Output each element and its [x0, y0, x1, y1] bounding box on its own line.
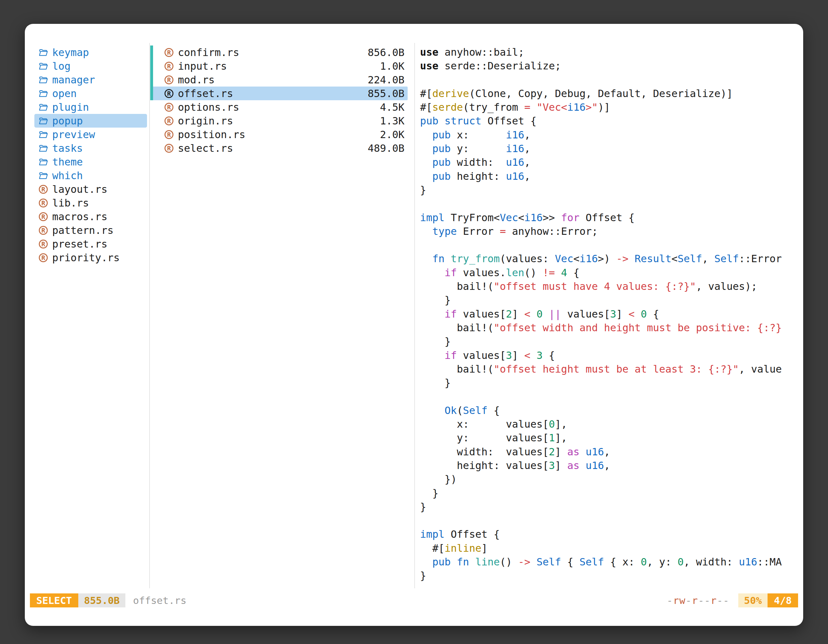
- rust-file-icon: R: [164, 130, 174, 140]
- file-item-select-rs[interactable]: Rselect.rs489.0B: [152, 141, 408, 155]
- code-line: }: [420, 293, 803, 307]
- code-line: height: values[3] as u16,: [420, 459, 803, 473]
- file-preview-pane[interactable]: use anyhow::bail;use serde::Deserialize;…: [420, 45, 803, 588]
- file-size: 4.5K: [380, 101, 405, 113]
- rust-file-icon: R: [164, 47, 174, 58]
- code-line: pub height: u16,: [420, 169, 803, 183]
- dir-item-keymap[interactable]: keymap: [34, 45, 147, 59]
- status-filename: offset.rs: [133, 595, 187, 606]
- dir-item-plugin[interactable]: plugin: [34, 100, 147, 114]
- code-line: pub y: i16,: [420, 142, 803, 155]
- item-label: popup: [52, 115, 83, 127]
- file-item-position-rs[interactable]: Rposition.rs2.0K: [152, 128, 408, 141]
- desktop-background: keymaplogmanageropenpluginpopuppreviewta…: [0, 0, 828, 644]
- folder-open-icon: [38, 88, 49, 99]
- file-size: 2.0K: [380, 128, 405, 141]
- code-line: [420, 73, 803, 87]
- file-item-preset-rs[interactable]: Rpreset.rs: [34, 237, 147, 251]
- file-name: confirm.rs: [178, 47, 239, 58]
- code-line: bail!("offset height must be at least 3:…: [420, 362, 803, 376]
- file-item-layout-rs[interactable]: Rlayout.rs: [34, 182, 147, 196]
- code-line: bail!("offset must have 4 values: {:?}",…: [420, 280, 803, 293]
- item-label: priority.rs: [52, 252, 120, 264]
- file-item-mod-rs[interactable]: Rmod.rs224.0B: [152, 73, 408, 86]
- scroll-percent-badge: 50%: [738, 594, 768, 607]
- dir-item-theme[interactable]: theme: [34, 155, 147, 169]
- file-size: 855.0B: [367, 88, 405, 100]
- code-line: fn try_from(values: Vec<i16>) -> Result<…: [420, 252, 803, 266]
- rust-file-icon: R: [164, 116, 174, 126]
- file-item-lib-rs[interactable]: Rlib.rs: [34, 196, 147, 210]
- dir-item-tasks[interactable]: tasks: [34, 141, 147, 155]
- rust-file-icon: R: [38, 212, 49, 222]
- dir-item-manager[interactable]: manager: [34, 73, 147, 86]
- rust-file-icon: R: [38, 198, 49, 208]
- cursor-position-badge: 4/8: [768, 594, 798, 607]
- rust-file-icon: R: [164, 61, 174, 71]
- file-name: offset.rs: [178, 88, 233, 100]
- rust-file-icon: R: [164, 75, 174, 85]
- file-size: 489.0B: [367, 142, 405, 154]
- folder-open-icon: [38, 157, 49, 167]
- file-item-macros-rs[interactable]: Rmacros.rs: [34, 210, 147, 223]
- code-line: }: [420, 183, 803, 197]
- code-line: use anyhow::bail;: [420, 45, 803, 59]
- code-line: pub fn line() -> Self { Self { x: 0, y: …: [420, 555, 803, 569]
- dir-item-open[interactable]: open: [34, 86, 147, 100]
- code-line: [420, 197, 803, 211]
- file-permissions: -rw-r--r--: [666, 595, 729, 606]
- dir-item-popup[interactable]: popup: [34, 114, 147, 128]
- code-line: use serde::Deserialize;: [420, 59, 803, 73]
- rust-file-icon: R: [38, 184, 49, 194]
- code-line: pub struct Offset {: [420, 114, 803, 128]
- folder-open-icon: [38, 75, 49, 85]
- code-line: pub width: u16,: [420, 155, 803, 169]
- item-label: plugin: [52, 101, 89, 113]
- code-line: if values[3] < 3 {: [420, 349, 803, 362]
- code-line: [420, 514, 803, 528]
- file-item-priority-rs[interactable]: Rpriority.rs: [34, 251, 147, 265]
- file-name: input.rs: [178, 60, 227, 72]
- code-line: impl TryFrom<Vec<i16>> for Offset {: [420, 211, 803, 225]
- item-label: which: [52, 169, 83, 182]
- rust-file-icon: R: [164, 102, 174, 112]
- file-item-input-rs[interactable]: Rinput.rs1.0K: [152, 59, 408, 73]
- item-label: preview: [52, 128, 95, 141]
- file-name: mod.rs: [178, 74, 215, 86]
- rust-file-icon: R: [38, 239, 49, 249]
- folder-open-icon: [38, 130, 49, 140]
- file-name: position.rs: [178, 128, 245, 141]
- code-line: [420, 238, 803, 252]
- code-line: }: [420, 376, 803, 390]
- file-size-badge: 855.0B: [78, 594, 125, 607]
- file-item-origin-rs[interactable]: Rorigin.rs1.3K: [152, 114, 408, 128]
- file-item-confirm-rs[interactable]: Rconfirm.rs856.0B: [152, 45, 408, 59]
- file-name: origin.rs: [178, 115, 233, 127]
- file-item-offset-rs[interactable]: Roffset.rs855.0B: [152, 86, 408, 100]
- item-label: pattern.rs: [52, 224, 114, 237]
- folder-open-icon: [38, 61, 49, 71]
- rust-file-icon: R: [164, 88, 174, 99]
- file-item-options-rs[interactable]: Roptions.rs4.5K: [152, 100, 408, 114]
- code-line: type Error = anyhow::Error;: [420, 225, 803, 238]
- code-line: x: values[0],: [420, 417, 803, 431]
- item-label: open: [52, 88, 77, 100]
- file-name: options.rs: [178, 101, 239, 113]
- code-line: impl Offset {: [420, 528, 803, 541]
- file-item-pattern-rs[interactable]: Rpattern.rs: [34, 223, 147, 237]
- item-label: lib.rs: [52, 197, 89, 209]
- code-line: #[derive(Clone, Copy, Debug, Default, De…: [420, 87, 803, 100]
- code-line: #[inline]: [420, 542, 803, 555]
- item-label: log: [52, 60, 71, 72]
- current-directory-pane: Rconfirm.rs856.0BRinput.rs1.0KRmod.rs224…: [149, 45, 415, 155]
- folder-open-icon: [38, 171, 49, 181]
- dir-item-log[interactable]: log: [34, 59, 147, 73]
- dir-item-preview[interactable]: preview: [34, 128, 147, 141]
- dir-item-which[interactable]: which: [34, 169, 147, 182]
- code-line: if values.len() != 4 {: [420, 266, 803, 280]
- rust-file-icon: R: [38, 225, 49, 235]
- file-manager-window: keymaplogmanageropenpluginpopuppreviewta…: [25, 24, 803, 626]
- code-line: }: [420, 486, 803, 500]
- code-line: }: [420, 335, 803, 348]
- code-line: }: [420, 500, 803, 514]
